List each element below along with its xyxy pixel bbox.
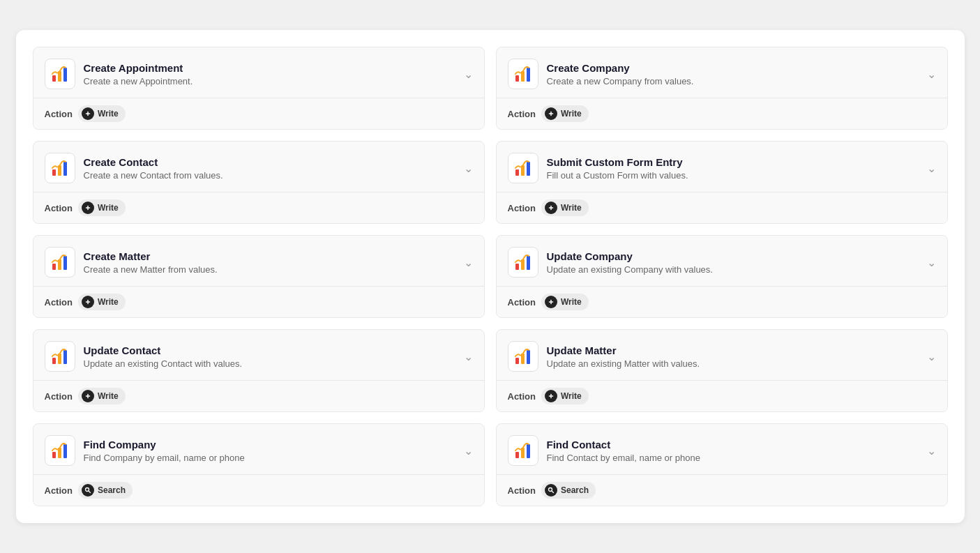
card-create-contact[interactable]: Create Contact Create a new Contact from… [33, 141, 485, 224]
card-description: Fill out a Custom Form with values. [547, 170, 688, 181]
card-footer: Action Search [497, 474, 947, 506]
badge-write-icon [545, 390, 557, 402]
action-label: Action [45, 203, 73, 213]
badge-write-icon [545, 107, 557, 120]
card-text: Update Matter Update an existing Matter … [547, 344, 700, 369]
badge: Write [78, 294, 126, 310]
card-create-appointment[interactable]: Create Appointment Create a new Appointm… [33, 47, 485, 130]
app-icon [45, 153, 75, 183]
card-text: Update Company Update an existing Compan… [547, 250, 713, 275]
card-text: Find Contact Find Contact by email, name… [547, 439, 700, 463]
app-icon [508, 247, 538, 278]
card-update-contact[interactable]: Update Contact Update an existing Contac… [33, 329, 485, 412]
svg-rect-53 [515, 452, 519, 458]
card-header-left: Create Contact Create a new Contact from… [45, 153, 223, 183]
chevron-down-icon[interactable]: ⌄ [464, 68, 473, 81]
card-create-matter[interactable]: Create Matter Create a new Matter from v… [33, 235, 485, 318]
card-find-contact[interactable]: Find Contact Find Contact by email, name… [496, 423, 948, 506]
badge: Write [541, 294, 589, 310]
badge-write-icon [82, 296, 94, 308]
svg-rect-38 [63, 350, 67, 364]
card-text: Find Company Find Company by email, name… [84, 439, 245, 463]
card-header: Submit Custom Form Entry Fill out a Cust… [497, 142, 947, 192]
svg-rect-6 [515, 75, 519, 82]
app-icon [508, 435, 538, 466]
svg-rect-14 [63, 162, 67, 176]
svg-rect-18 [515, 169, 519, 176]
card-footer: Action Write [497, 192, 947, 223]
chevron-down-icon[interactable]: ⌄ [927, 444, 936, 457]
action-label: Action [508, 109, 536, 119]
badge-write-icon [545, 202, 557, 214]
action-label: Action [508, 297, 536, 308]
card-footer: Action Write [33, 98, 484, 129]
app-icon [508, 59, 538, 89]
chevron-down-icon[interactable]: ⌄ [464, 256, 473, 269]
badge: Write [78, 105, 126, 122]
card-title: Create Contact [84, 156, 223, 168]
chevron-down-icon[interactable]: ⌄ [927, 350, 936, 363]
card-submit-custom-form[interactable]: Submit Custom Form Entry Fill out a Cust… [496, 141, 948, 224]
card-text: Create Appointment Create a new Appointm… [84, 62, 193, 86]
card-header-left: Find Contact Find Contact by email, name… [508, 435, 700, 466]
card-create-company[interactable]: Create Company Create a new Company from… [496, 47, 948, 130]
card-find-company[interactable]: Find Company Find Company by email, name… [33, 423, 485, 506]
badge-search-icon [82, 484, 94, 497]
action-label: Action [45, 297, 73, 308]
card-header: Create Company Create a new Company from… [497, 47, 947, 98]
card-header-left: Update Matter Update an existing Matter … [508, 341, 700, 372]
card-footer: Action Write [497, 286, 947, 317]
card-update-matter[interactable]: Update Matter Update an existing Matter … [496, 329, 948, 412]
badge-write-icon [82, 107, 94, 120]
svg-rect-30 [515, 264, 519, 270]
badge-label: Write [98, 203, 119, 213]
card-title: Update Contact [84, 344, 243, 356]
svg-rect-26 [63, 256, 67, 270]
chevron-down-icon[interactable]: ⌄ [464, 444, 473, 457]
action-label: Action [45, 485, 73, 496]
card-header: Update Contact Update an existing Contac… [33, 330, 484, 380]
card-update-company[interactable]: Update Company Update an existing Compan… [496, 235, 948, 318]
chevron-down-icon[interactable]: ⌄ [464, 162, 473, 175]
badge-search-icon [545, 484, 557, 497]
card-title: Submit Custom Form Entry [547, 156, 688, 168]
card-description: Update an existing Company with values. [547, 264, 713, 275]
card-title: Create Matter [84, 250, 218, 262]
svg-rect-20 [527, 162, 530, 176]
card-description: Find Contact by email, name or phone [547, 453, 700, 463]
svg-rect-42 [515, 358, 519, 364]
card-header-left: Submit Custom Form Entry Fill out a Cust… [508, 153, 688, 183]
card-header: Update Matter Update an existing Matter … [497, 330, 947, 380]
svg-rect-36 [52, 358, 56, 364]
card-title: Create Appointment [84, 62, 193, 74]
badge-label: Write [561, 391, 582, 401]
card-footer: Action Write [497, 98, 947, 129]
badge: Write [541, 105, 589, 122]
app-icon [45, 59, 75, 89]
chevron-down-icon[interactable]: ⌄ [464, 350, 473, 363]
svg-rect-55 [527, 444, 530, 458]
card-footer: Action Write [33, 286, 484, 317]
card-description: Create a new Company from values. [547, 76, 694, 86]
chevron-down-icon[interactable]: ⌄ [927, 256, 936, 269]
chevron-down-icon[interactable]: ⌄ [927, 68, 936, 81]
badge-label: Write [98, 297, 119, 307]
svg-rect-24 [52, 264, 56, 270]
svg-rect-8 [527, 68, 530, 82]
badge-label: Write [561, 203, 582, 213]
card-text: Create Matter Create a new Matter from v… [84, 250, 218, 275]
card-text: Submit Custom Form Entry Fill out a Cust… [547, 156, 688, 181]
action-label: Action [508, 203, 536, 213]
badge: Write [541, 199, 589, 216]
card-description: Create a new Matter from values. [84, 264, 218, 275]
card-text: Create Company Create a new Company from… [547, 62, 694, 86]
chevron-down-icon[interactable]: ⌄ [927, 162, 936, 175]
card-description: Create a new Contact from values. [84, 170, 223, 181]
badge-label: Write [561, 109, 582, 119]
card-header: Find Contact Find Contact by email, name… [497, 424, 947, 474]
badge-label: Search [561, 485, 589, 495]
svg-rect-0 [52, 75, 56, 82]
card-title: Update Company [547, 250, 713, 262]
app-icon [508, 153, 538, 183]
card-title: Find Company [84, 439, 245, 450]
